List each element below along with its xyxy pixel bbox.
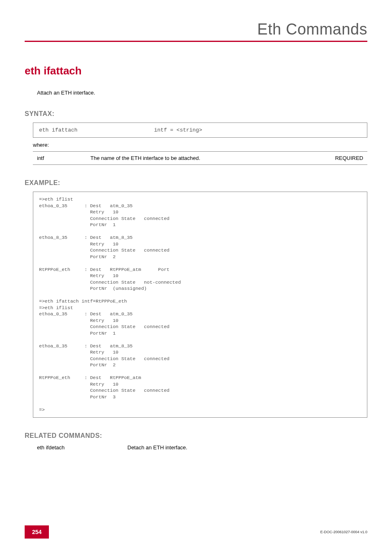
page-header-title: Eth Commands [25, 21, 367, 41]
document-id: E-DOC-20061027-0004 v1.0 [320, 530, 367, 534]
param-name: intf [37, 155, 90, 161]
related-description: Detach an ETH interface. [127, 444, 367, 451]
command-description: Attach an ETH interface. [37, 90, 367, 96]
where-label: where: [33, 142, 367, 148]
syntax-command: eth ifattach [39, 127, 154, 133]
example-heading: EXAMPLE: [25, 179, 367, 187]
param-desc: The name of the ETH interface to be atta… [90, 155, 326, 161]
related-heading: RELATED COMMANDS: [25, 432, 367, 439]
syntax-heading: SYNTAX: [25, 110, 367, 118]
page-footer: 254 E-DOC-20061027-0004 v1.0 [25, 525, 367, 539]
related-row: eth ifdetach Detach an ETH interface. [37, 444, 367, 451]
example-output: =>eth iflist ethoa_0_35 : Dest atm_0_35 … [33, 192, 367, 418]
related-command: eth ifdetach [37, 444, 127, 451]
param-row: intf The name of the ETH interface to be… [33, 151, 367, 165]
syntax-box: eth ifattach intf = <string> [33, 123, 367, 138]
syntax-args: intf = <string> [154, 127, 361, 133]
command-name: eth ifattach [25, 65, 367, 77]
page-number-badge: 254 [25, 525, 49, 539]
param-required: REQUIRED [326, 155, 363, 161]
